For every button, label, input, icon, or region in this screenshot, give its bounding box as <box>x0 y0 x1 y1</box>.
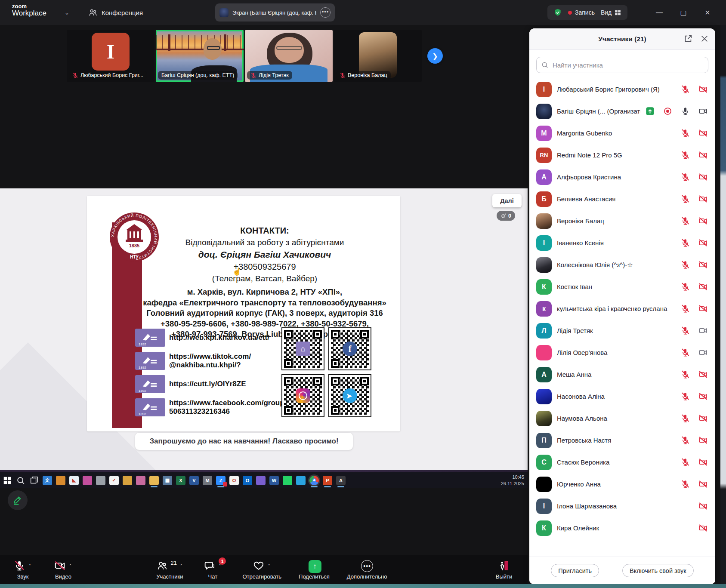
participant-row[interactable]: Наумова Альона <box>529 407 715 429</box>
participant-row[interactable]: ККостюк Іван <box>529 276 715 298</box>
security-shield-icon[interactable] <box>553 8 562 17</box>
close-button[interactable]: ✕ <box>695 9 720 17</box>
participant-row[interactable]: ССтасюк Вероника <box>529 451 715 473</box>
participant-name: Redmi Note 12 Pro 5G <box>557 151 676 159</box>
participant-row[interactable]: ККира Олейник <box>529 517 715 539</box>
participant-row[interactable]: IЛюбарський Борис Григорович (Я) <box>529 78 715 100</box>
pencil-icon <box>12 495 23 505</box>
participant-row[interactable]: ккульчитська кіра і кравченко руслана <box>529 298 715 320</box>
annotate-button[interactable] <box>8 490 28 510</box>
chevron-down-icon[interactable]: ⌄ <box>65 9 69 16</box>
participant-row[interactable]: ППетровська Настя <box>529 429 715 451</box>
chevron-up-icon[interactable]: ⌃ <box>68 563 72 568</box>
people-icon <box>88 8 98 17</box>
participant-name: Вероніка Балац <box>557 217 676 225</box>
tab-options-icon[interactable]: ••• <box>320 7 331 18</box>
meeting-toolbar: ⌃Звук⌃Видео 21⌃Участники1⌃Чат⌃Отреагиров… <box>0 555 528 584</box>
participant-row[interactable]: ІІваненко Ксенія <box>529 232 715 254</box>
participant-row[interactable]: ІІлона Шармазанова <box>529 495 715 517</box>
chevron-up-icon[interactable]: ⌃ <box>28 563 31 568</box>
toolbar-more[interactable]: •••Дополнительно <box>347 559 387 580</box>
mic-muted-icon <box>681 370 690 379</box>
unmute-button[interactable]: Включить свой звук <box>622 564 694 577</box>
taskbar-clock: 10:45 26.11.2025 <box>501 474 524 487</box>
participant-name: Меша Анна <box>557 371 676 378</box>
participant-row[interactable]: ББеляева Анастасия <box>529 188 715 210</box>
participant-row[interactable]: Багіш Єріцян (... (Организатор) <box>529 100 715 122</box>
toolbar-leave[interactable]: Выйти <box>491 559 516 580</box>
participant-search[interactable] <box>536 57 708 73</box>
shared-screen: ХАРКІВСЬКИЙ ПОЛІТЕХНІЧНИЙ ІНСТИТУТ 1885 … <box>0 188 528 488</box>
video-tile[interactable]: Вероніка Балац <box>334 30 422 82</box>
toolbar-cam-muted[interactable]: ⌃Видео <box>51 559 76 580</box>
participant-row[interactable]: RNRedmi Note 12 Pro 5G <box>529 144 715 166</box>
toolbar-share[interactable]: ↑Поделиться <box>299 559 330 580</box>
camera-on-icon <box>698 348 707 357</box>
taskbar-zoom-icon: Z <box>216 476 226 485</box>
invite-button[interactable]: Пригласить <box>551 564 599 577</box>
participant-name: Беляева Анастасия <box>557 195 676 203</box>
chevron-up-icon[interactable]: ⌃ <box>179 563 183 568</box>
qr-code-dept-logo: ⌂ <box>281 327 324 370</box>
toolbar-chat[interactable]: 1⌃Чат <box>200 559 225 580</box>
participant-row[interactable]: MMargorita Gubenko <box>529 122 715 144</box>
participant-avatar: І <box>536 235 552 251</box>
participant-row[interactable]: ААлфьорова Кристина <box>529 166 715 188</box>
camera-off-icon <box>698 85 707 94</box>
camera-off-icon <box>698 260 707 269</box>
tab-shared-screen-label: Экран (Багіш Єріцян (доц. каф. Е <box>232 9 316 16</box>
panel-footer: Пригласить Включить свой звук <box>529 557 715 584</box>
participant-name: Юрченко Анна <box>557 480 676 488</box>
slide-caption: Запрошуємо до нас на навчання! Ласкаво п… <box>135 433 353 450</box>
participant-row[interactable]: АМеша Анна <box>529 363 715 385</box>
close-panel-icon[interactable] <box>700 34 709 43</box>
participant-avatar <box>536 389 552 404</box>
toolbar-label: Поделиться <box>299 573 330 580</box>
filmstrip-next-button[interactable]: ❯ <box>427 48 443 64</box>
video-tile[interactable]: IЛюбарський Борис Григ... <box>67 30 154 82</box>
participant-name: Алфьорова Кристина <box>557 173 676 181</box>
share-screen-icon: ↑ <box>308 560 321 573</box>
tab-shared-screen[interactable]: Экран (Багіш Єріцян (доц. каф. Е ••• <box>215 3 335 22</box>
participant-row[interactable]: Колеснікова Юлія (^з^)-☆ <box>529 254 715 276</box>
taskbar-app-verify-icon: ✓ <box>109 476 119 485</box>
tab-conference[interactable]: Конференция <box>88 5 143 20</box>
chevron-up-icon[interactable]: ⌃ <box>267 563 271 568</box>
participant-row[interactable]: Лілія Овер'янова <box>529 342 715 363</box>
mic-muted-icon <box>681 480 690 489</box>
video-tile[interactable]: Лідія Третяк <box>245 30 333 82</box>
view-button[interactable]: Вид <box>601 9 621 16</box>
toolbar-participants[interactable]: 21⌃Участники <box>156 559 183 580</box>
video-name-chip: Багіш Єріцян (доц. каф. ЕТТ) <box>158 71 238 80</box>
camera-off-icon <box>698 238 707 247</box>
participant-avatar <box>536 477 552 492</box>
popout-icon[interactable] <box>683 34 693 43</box>
mic-muted-icon <box>681 304 690 313</box>
toolbar-react[interactable]: ⌃Отреагировать <box>242 559 281 580</box>
participants-icon <box>156 560 168 572</box>
participant-row[interactable]: ЛЛідія Третяк <box>529 320 715 342</box>
taskbar-chrome-icon <box>309 476 319 485</box>
participant-avatar: M <box>536 126 552 141</box>
participant-row[interactable]: Вероніка Балац <box>529 210 715 232</box>
participant-name: Лілія Овер'янова <box>557 349 676 356</box>
participant-row[interactable]: Юрченко Анна <box>529 473 715 495</box>
taskbar-whatsapp-icon <box>283 476 292 485</box>
mic-muted-icon <box>681 436 690 445</box>
mic-muted-icon <box>250 72 256 78</box>
minimize-button[interactable]: — <box>647 9 671 16</box>
maximize-button[interactable]: ▢ <box>671 9 695 17</box>
department-logo-badge: 1892 <box>135 352 165 370</box>
svg-text:НТУ: НТУ <box>130 255 139 259</box>
taskbar-app-translate-icon: 文 <box>43 476 52 485</box>
participant-row[interactable]: Насонова Аліна <box>529 385 715 407</box>
slide-link-row: 1892https://cutt.ly/OIYr8ZE <box>135 375 281 393</box>
video-tile[interactable]: Багіш Єріцян (доц. каф. ЕТТ) <box>156 30 244 82</box>
search-input[interactable] <box>552 61 704 69</box>
participant-avatar <box>536 104 552 119</box>
participant-avatar: Л <box>536 323 552 339</box>
participant-name: Багіш Єріцян (... (Организатор) <box>557 108 640 115</box>
toolbar-mic-muted[interactable]: ⌃Звук <box>10 559 35 580</box>
zoom-workplace-logo: zoom Workplace <box>12 3 46 18</box>
participant-avatar <box>536 257 552 273</box>
